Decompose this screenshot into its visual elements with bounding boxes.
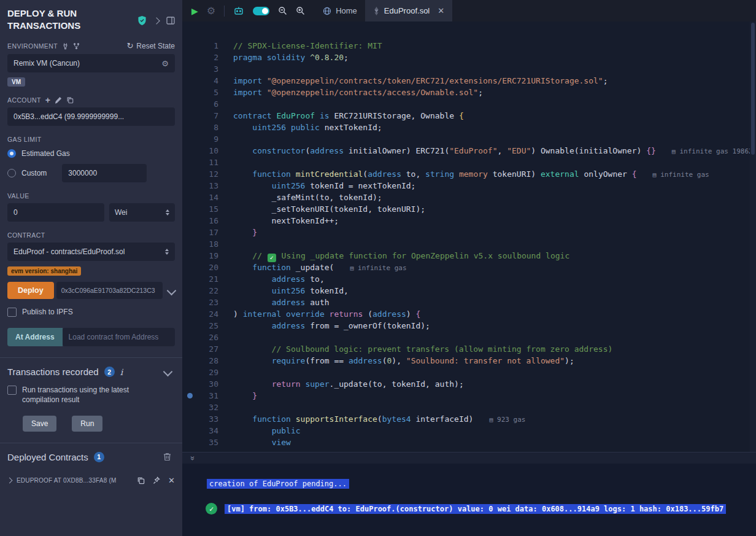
breakpoint-gutter[interactable] [182, 180, 191, 192]
code-line[interactable]: 25 address from = _ownerOf(tokenId); [182, 320, 756, 332]
code-line[interactable]: 8 uint256 public nextTokenId; [182, 122, 756, 133]
code-line[interactable]: 14 _safeMint(to, tokenId); [182, 192, 756, 203]
breakpoint-gutter[interactable] [182, 145, 191, 157]
publish-ipfs-checkbox[interactable] [7, 308, 17, 317]
trash-icon[interactable] [163, 452, 171, 461]
breakpoint-gutter[interactable] [182, 297, 191, 308]
copy-icon[interactable] [66, 96, 74, 104]
code-line[interactable]: 1// SPDX-License-Identifier: MIT [182, 40, 756, 52]
breakpoint-gutter[interactable] [182, 110, 191, 122]
run-button[interactable]: Run [72, 416, 102, 432]
code-line[interactable]: 26 [182, 332, 756, 343]
collapse-terminal-icon[interactable]: « [187, 456, 196, 460]
code-line[interactable]: 6 [182, 98, 756, 110]
account-select[interactable]: 0x5B3...eddC4 (99.9999999999... [7, 107, 175, 126]
breakpoint-gutter[interactable] [182, 378, 191, 390]
breakpoint-gutter[interactable] [182, 63, 191, 75]
code-line[interactable]: 20 function _update(▤ infinite gas [182, 262, 756, 273]
code-line[interactable]: 7contract EduProof is ERC721URIStorage, … [182, 110, 756, 122]
code-line[interactable]: 32 [182, 402, 756, 413]
breakpoint-gutter[interactable] [182, 320, 191, 332]
breakpoint-gutter[interactable] [182, 355, 191, 367]
breakpoint-gutter[interactable] [182, 367, 191, 378]
code-line[interactable]: 23 address auth [182, 297, 756, 308]
breakpoint-gutter[interactable] [182, 273, 191, 285]
breakpoint-dot[interactable] [182, 390, 191, 402]
breakpoint-gutter[interactable] [182, 413, 191, 425]
plus-icon[interactable]: + [45, 97, 50, 103]
save-button[interactable]: Save [23, 416, 56, 432]
breakpoint-gutter[interactable] [182, 285, 191, 297]
chevron-down-icon[interactable] [167, 285, 177, 295]
ai-toggle-switch[interactable] [253, 7, 269, 15]
terminal-log-message[interactable]: [vm] from: 0x5B3...eddC4 to: EduProof.(c… [225, 504, 726, 514]
code-line[interactable]: 29 [182, 367, 756, 378]
breakpoint-gutter[interactable] [182, 203, 191, 215]
breakpoint-gutter[interactable] [182, 40, 191, 52]
breakpoint-gutter[interactable] [182, 192, 191, 203]
code-line[interactable]: 11 [182, 157, 756, 168]
breakpoint-gutter[interactable] [182, 332, 191, 343]
gear-icon[interactable]: ⚙ [161, 59, 169, 68]
code-line[interactable]: 2pragma solidity ^0.8.20; [182, 52, 756, 63]
at-address-button[interactable]: At Address [7, 328, 63, 346]
breakpoint-gutter[interactable] [182, 250, 191, 262]
deployed-contract-item[interactable]: EDUPROOF AT 0XD8B...33FA8 (M ✕ [7, 476, 175, 485]
zoom-in-icon[interactable] [296, 6, 305, 15]
custom-gas-input[interactable] [62, 164, 147, 182]
environment-select[interactable]: Remix VM (Cancun) ⚙ [7, 54, 175, 72]
code-line[interactable]: 30 return super._update(to, tokenId, aut… [182, 378, 756, 390]
chevron-right-icon[interactable] [153, 17, 160, 24]
custom-gas-radio[interactable] [7, 169, 16, 177]
value-unit-select[interactable]: Wei [109, 203, 175, 222]
breakpoint-gutter[interactable] [182, 437, 191, 448]
breakpoint-gutter[interactable] [182, 168, 191, 180]
reset-state-button[interactable]: ↻ Reset State [126, 41, 175, 50]
breakpoint-gutter[interactable] [182, 75, 191, 87]
code-line[interactable]: 13 uint256 tokenId = nextTokenId; [182, 180, 756, 192]
at-address-input[interactable] [63, 328, 175, 346]
code-line[interactable]: 24) internal override returns (address) … [182, 308, 756, 320]
code-line[interactable]: 33 function supportsInterface(bytes4 int… [182, 413, 756, 425]
fork-icon[interactable] [73, 42, 80, 50]
code-line[interactable]: 17 } [182, 227, 756, 238]
panel-layout-icon[interactable] [166, 17, 175, 25]
breakpoint-gutter[interactable] [182, 98, 191, 110]
ai-assistant-icon[interactable] [233, 6, 244, 15]
breakpoint-gutter[interactable] [182, 343, 191, 355]
breakpoint-gutter[interactable] [182, 87, 191, 98]
stepper-icon[interactable] [166, 209, 169, 216]
breakpoint-gutter[interactable] [182, 157, 191, 168]
breakpoint-gutter[interactable] [182, 425, 191, 437]
code-line[interactable]: 22 uint256 tokenId, [182, 285, 756, 297]
code-line[interactable]: 3 [182, 63, 756, 75]
estimated-gas-radio[interactable] [7, 149, 16, 158]
copy-icon[interactable] [137, 476, 145, 484]
code-line[interactable]: 4import "@openzeppelin/contracts/token/E… [182, 75, 756, 87]
code-line[interactable]: 27 // Soulbound logic: prevent transfers… [182, 343, 756, 355]
code-line[interactable]: 31 } [182, 390, 756, 402]
close-icon[interactable]: ✕ [438, 6, 444, 15]
settings-gear-icon[interactable]: ⚙ [207, 5, 215, 17]
code-line[interactable]: 34 public [182, 425, 756, 437]
code-line[interactable]: 10 constructor(address initialOwner) ERC… [182, 145, 756, 157]
zoom-out-icon[interactable] [278, 6, 287, 15]
tab-home[interactable]: Home [315, 0, 365, 21]
close-icon[interactable]: ✕ [168, 476, 175, 485]
code-line[interactable]: 16 nextTokenId++; [182, 215, 756, 227]
edit-icon[interactable] [55, 96, 62, 104]
constructor-arg-input[interactable]: 0x3cC096aE91703a82DC213C3 [56, 282, 163, 299]
code-line[interactable]: 35 view [182, 437, 756, 448]
deploy-button[interactable]: Deploy [7, 282, 54, 299]
chevron-down-icon[interactable] [163, 367, 173, 377]
run-latest-checkbox[interactable] [7, 386, 17, 395]
code-line[interactable]: 5import "@openzeppelin/contracts/access/… [182, 87, 756, 98]
breakpoint-gutter[interactable] [182, 227, 191, 238]
run-script-icon[interactable]: ▶ [191, 6, 198, 16]
pin-icon[interactable] [153, 476, 160, 484]
chevron-right-icon[interactable] [7, 477, 13, 483]
info-icon[interactable]: i [120, 367, 123, 377]
code-line[interactable]: 9 [182, 133, 756, 145]
code-editor[interactable]: 1// SPDX-License-Identifier: MIT2pragma … [182, 21, 756, 452]
breakpoint-gutter[interactable] [182, 133, 191, 145]
